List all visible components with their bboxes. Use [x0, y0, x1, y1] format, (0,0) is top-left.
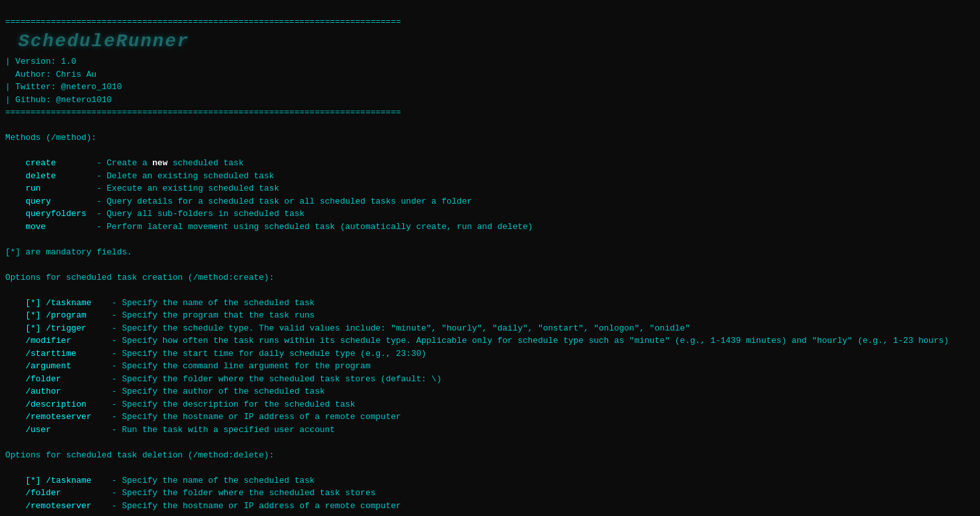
- create-starttime: /starttime - Specify the start time for …: [25, 349, 426, 359]
- methods-header: Methods (/method):: [5, 133, 96, 143]
- cmd-create: create - Create a new scheduled task: [25, 158, 244, 168]
- create-description: /description - Specify the description f…: [25, 400, 355, 409]
- create-argument: /argument - Specify the command line arg…: [25, 361, 371, 371]
- create-folder: /folder - Specify the folder where the s…: [25, 374, 442, 384]
- delete-taskname: [*] /taskname - Specify the name of the …: [25, 476, 315, 485]
- terminal-window: ========================================…: [0, 0, 980, 516]
- separator-top: ========================================…: [5, 17, 401, 27]
- create-program: [*] /program - Specify the program that …: [25, 310, 315, 320]
- deletion-header: Options for scheduled task deletion (/me…: [5, 450, 274, 460]
- create-trigger: [*] /trigger - Specify the schedule type…: [25, 323, 690, 333]
- create-user: /user - Run the task with a specified us…: [25, 425, 335, 435]
- create-taskname: [*] /taskname - Specify the name of the …: [25, 298, 315, 308]
- cmd-run: run - Execute an existing scheduled task: [25, 183, 279, 193]
- author-line: Author: Chris Au: [5, 70, 96, 79]
- logo-art: ScheduleRunner: [5, 38, 189, 49]
- cmd-query: query - Query details for a scheduled ta…: [25, 197, 472, 206]
- create-author: /author - Specify the author of the sche…: [25, 387, 324, 396]
- create-remoteserver: /remoteserver - Specify the hostname or …: [25, 412, 401, 422]
- version-line: | Version: 1.0: [5, 57, 76, 66]
- delete-folder: /folder - Specify the folder where the s…: [25, 488, 375, 498]
- cmd-queryfolders: queryfolders - Query all sub-folders in …: [25, 209, 304, 219]
- separator-bottom: ========================================…: [5, 107, 401, 117]
- cmd-delete: delete - Delete an existing scheduled ta…: [25, 171, 274, 181]
- delete-remoteserver: /remoteserver - Specify the hostname or …: [25, 501, 401, 511]
- twitter-line: | Twitter: @netero_1010: [5, 82, 122, 92]
- creation-header: Options for scheduled task creation (/me…: [5, 273, 274, 282]
- github-line: | Github: @netero1010: [5, 95, 112, 105]
- cmd-move: move - Perform lateral movement using sc…: [25, 222, 533, 232]
- create-modifier: /modifier - Specify how often the task r…: [25, 336, 949, 346]
- mandatory-note: [*] are mandatory fields.: [5, 247, 132, 257]
